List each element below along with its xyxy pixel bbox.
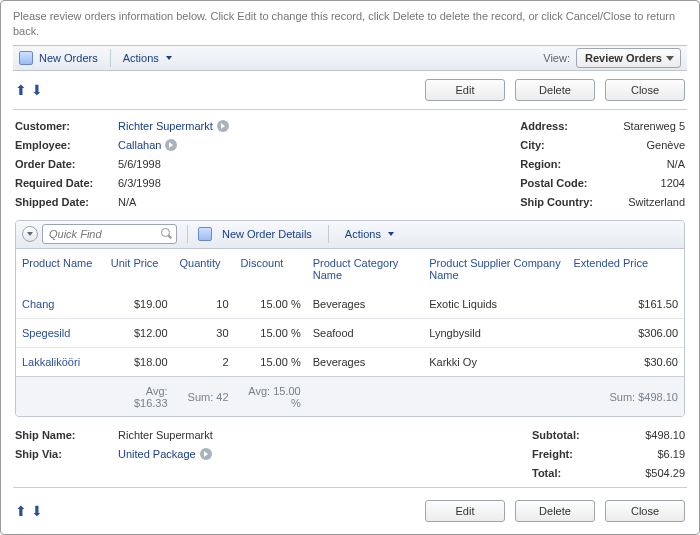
view-label: View: bbox=[543, 52, 570, 64]
table-row[interactable]: Chang $19.00 10 15.00 % Beverages Exotic… bbox=[16, 289, 684, 318]
table-footer: Avg: $16.33 Sum: 42 Avg: 15.00 % Sum: $4… bbox=[16, 376, 684, 417]
cell-price: $18.00 bbox=[105, 347, 174, 376]
footer-price-avg: Avg: $16.33 bbox=[105, 376, 174, 417]
top-nav-row: ⬆ ⬇ Edit Delete Close bbox=[13, 73, 687, 107]
total-label: Total: bbox=[532, 467, 602, 479]
close-button[interactable]: Close bbox=[605, 79, 685, 101]
new-order-details-link[interactable]: New Order Details bbox=[216, 228, 318, 240]
cell-supplier: Exotic Liquids bbox=[423, 289, 567, 318]
search-icon[interactable] bbox=[161, 228, 172, 240]
chevron-down-icon bbox=[388, 232, 394, 236]
cell-category: Beverages bbox=[307, 347, 424, 376]
edit-button[interactable]: Edit bbox=[425, 79, 505, 101]
totals-section: Ship Name: Richter Supermarkt Ship Via: … bbox=[13, 423, 687, 485]
cell-price: $19.00 bbox=[105, 289, 174, 318]
shipvia-label: Ship Via: bbox=[15, 448, 110, 460]
col-ext[interactable]: Extended Price bbox=[567, 249, 684, 290]
city-value: Genève bbox=[623, 139, 685, 151]
cell-ext: $30.60 bbox=[567, 347, 684, 376]
address-label: Address: bbox=[520, 120, 615, 132]
quickfind-box[interactable] bbox=[42, 224, 177, 244]
requireddate-value: 6/3/1998 bbox=[118, 177, 229, 189]
col-quantity[interactable]: Quantity bbox=[174, 249, 235, 290]
table-row[interactable]: Lakkalikööri $18.00 2 15.00 % Beverages … bbox=[16, 347, 684, 376]
requireddate-label: Required Date: bbox=[15, 177, 110, 189]
freight-value: $6.19 bbox=[610, 448, 685, 460]
col-unitprice[interactable]: Unit Price bbox=[105, 249, 174, 290]
shipname-label: Ship Name: bbox=[15, 429, 110, 441]
bottom-nav-row: ⬆ ⬇ Edit Delete Close bbox=[13, 494, 687, 528]
col-supplier[interactable]: Product Supplier Company Name bbox=[423, 249, 567, 290]
footer-ext-sum: Sum: $498.10 bbox=[567, 376, 684, 417]
actions-label: Actions bbox=[123, 52, 159, 64]
toolbar-separator bbox=[328, 225, 329, 243]
chevron-down-icon bbox=[166, 56, 172, 60]
new-orders-link[interactable]: New Orders bbox=[33, 52, 104, 64]
country-label: Ship Country: bbox=[520, 196, 615, 208]
goto-icon bbox=[200, 448, 212, 460]
customer-value[interactable]: Richter Supermarkt bbox=[118, 120, 229, 132]
col-category[interactable]: Product Category Name bbox=[307, 249, 424, 290]
view-selected: Review Orders bbox=[585, 52, 662, 64]
actions-menu[interactable]: Actions bbox=[117, 52, 178, 64]
view-selector[interactable]: Review Orders bbox=[576, 48, 681, 68]
footer-discount-avg: Avg: 15.00 % bbox=[235, 376, 307, 417]
cell-product[interactable]: Lakkalikööri bbox=[16, 347, 105, 376]
new-details-icon bbox=[198, 227, 212, 241]
chevron-down-icon bbox=[27, 232, 33, 236]
employee-value[interactable]: Callahan bbox=[118, 139, 229, 151]
instructions-text: Please review orders information below. … bbox=[13, 9, 687, 43]
divider bbox=[13, 109, 687, 110]
address-value: Starenweg 5 bbox=[623, 120, 685, 132]
main-toolbar: New Orders Actions View: Review Orders bbox=[13, 45, 687, 71]
footer-qty-sum: Sum: 42 bbox=[174, 376, 235, 417]
goto-icon bbox=[217, 120, 229, 132]
region-label: Region: bbox=[520, 158, 615, 170]
cell-product[interactable]: Chang bbox=[16, 289, 105, 318]
cell-qty: 2 bbox=[174, 347, 235, 376]
chevron-down-icon bbox=[666, 56, 674, 61]
freight-label: Freight: bbox=[532, 448, 602, 460]
quickfind-toggle[interactable] bbox=[22, 226, 38, 242]
close-button[interactable]: Close bbox=[605, 500, 685, 522]
cell-category: Beverages bbox=[307, 289, 424, 318]
customer-label: Customer: bbox=[15, 120, 110, 132]
grid-toolbar: New Order Details Actions bbox=[16, 221, 684, 249]
table-row[interactable]: Spegesild $12.00 30 15.00 % Seafood Lyng… bbox=[16, 318, 684, 347]
cell-price: $12.00 bbox=[105, 318, 174, 347]
region-value: N/A bbox=[623, 158, 685, 170]
nav-down-arrow[interactable]: ⬇ bbox=[31, 503, 43, 519]
grid-actions-menu[interactable]: Actions bbox=[339, 228, 400, 240]
cell-discount: 15.00 % bbox=[235, 318, 307, 347]
postal-value: 1204 bbox=[623, 177, 685, 189]
cell-ext: $306.00 bbox=[567, 318, 684, 347]
nav-up-arrow[interactable]: ⬆ bbox=[15, 503, 27, 519]
nav-down-arrow[interactable]: ⬇ bbox=[31, 82, 43, 98]
order-details-grid: New Order Details Actions Product Name U… bbox=[15, 220, 685, 417]
new-orders-icon bbox=[19, 51, 33, 65]
quickfind-input[interactable] bbox=[47, 227, 161, 241]
shippeddate-value: N/A bbox=[118, 196, 229, 208]
subtotal-label: Subtotal: bbox=[532, 429, 602, 441]
cell-supplier: Lyngbysild bbox=[423, 318, 567, 347]
cell-discount: 15.00 % bbox=[235, 289, 307, 318]
nav-up-arrow[interactable]: ⬆ bbox=[15, 82, 27, 98]
cell-ext: $161.50 bbox=[567, 289, 684, 318]
employee-label: Employee: bbox=[15, 139, 110, 151]
country-value: Switzerland bbox=[623, 196, 685, 208]
col-discount[interactable]: Discount bbox=[235, 249, 307, 290]
col-product[interactable]: Product Name bbox=[16, 249, 105, 290]
toolbar-separator bbox=[110, 49, 111, 67]
orderdate-label: Order Date: bbox=[15, 158, 110, 170]
details-table: Product Name Unit Price Quantity Discoun… bbox=[16, 249, 684, 417]
order-details: Customer: Richter Supermarkt Employee: C… bbox=[13, 116, 687, 212]
shipvia-value[interactable]: United Package bbox=[118, 448, 213, 460]
total-value: $504.29 bbox=[610, 467, 685, 479]
cell-supplier: Karkki Oy bbox=[423, 347, 567, 376]
edit-button[interactable]: Edit bbox=[425, 500, 505, 522]
delete-button[interactable]: Delete bbox=[515, 79, 595, 101]
cell-product[interactable]: Spegesild bbox=[16, 318, 105, 347]
orderdate-value: 5/6/1998 bbox=[118, 158, 229, 170]
delete-button[interactable]: Delete bbox=[515, 500, 595, 522]
cell-discount: 15.00 % bbox=[235, 347, 307, 376]
